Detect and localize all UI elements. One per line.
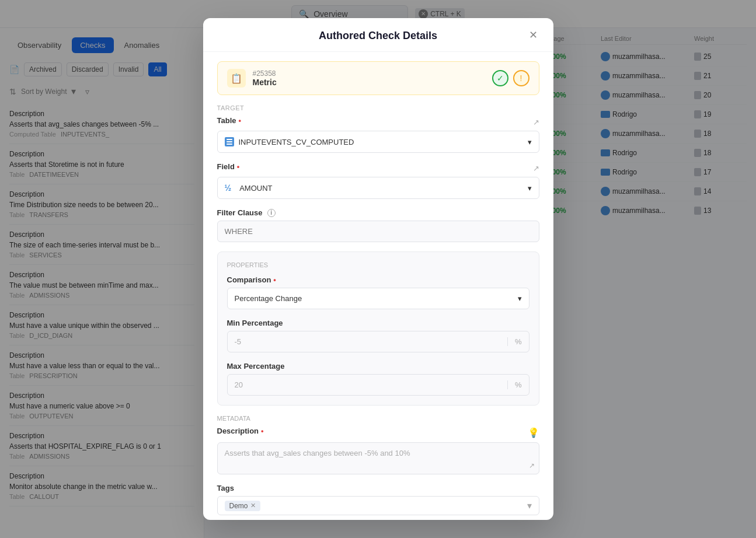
bulb-icon: 💡: [528, 427, 539, 438]
max-percentage-group: Max Percentage %: [227, 362, 529, 396]
max-percentage-label: Max Percentage: [227, 362, 529, 371]
description-group: Description • 💡 Asserts that avg_sales c…: [217, 427, 539, 474]
min-percentage-label: Min Percentage: [227, 319, 529, 327]
properties-section: Properties Comparison • Percentage Chang…: [217, 251, 539, 406]
svg-rect-1: [227, 141, 232, 142]
table-select[interactable]: INPUTEVENTS_CV_COMPUTED ▾: [217, 131, 539, 153]
field-field-group: Field • ↗ ½ AMOUNT ▾: [217, 162, 539, 199]
modal-overlay: Authored Check Details ✕ 📋 #25358 Metric…: [0, 0, 756, 538]
min-percentage-field: %: [227, 331, 529, 352]
field-type-icon: ½: [225, 183, 232, 193]
max-percentage-field: %: [227, 374, 529, 396]
target-section-label: Target: [217, 104, 539, 111]
percent-symbol: %: [507, 337, 529, 346]
metadata-section-label: Metadata: [217, 415, 250, 422]
max-percentage-input[interactable]: [228, 375, 507, 395]
filter-clause-label: Filter Clause i: [217, 208, 539, 217]
table-field-label: Table •: [217, 116, 242, 125]
comparison-value: Percentage Change: [235, 294, 302, 303]
metadata-section: Metadata Description • 💡 Asserts that av…: [217, 415, 539, 520]
check-type-icon: 📋: [227, 69, 246, 88]
modal-close-button[interactable]: ✕: [525, 27, 542, 43]
chevron-down-icon: ▾: [528, 138, 532, 146]
table-expand-icon[interactable]: ↗: [533, 118, 539, 127]
check-badges: ✓ !: [492, 70, 529, 86]
tag-demo: Demo ✕: [225, 501, 260, 511]
comparison-label: Comparison •: [227, 275, 529, 284]
tags-label: Tags: [217, 484, 539, 492]
tag-remove-button[interactable]: ✕: [250, 502, 256, 509]
chevron-down-icon: ▾: [527, 500, 532, 511]
modal-title: Authored Check Details: [319, 30, 437, 42]
table-field-group: Table • ↗ INPUTEVENTS_CV_COMPUTED ▾: [217, 116, 539, 153]
status-badge-yellow: !: [513, 70, 529, 86]
description-label: Description •: [217, 427, 264, 435]
min-percentage-group: Min Percentage %: [227, 319, 529, 352]
tags-group: Tags Demo ✕ ▾: [217, 484, 539, 515]
chevron-down-icon: ▾: [518, 294, 522, 303]
check-type-label: Metric: [253, 78, 485, 87]
filter-clause-group: Filter Clause i: [217, 208, 539, 242]
comparison-select[interactable]: Percentage Change ▾: [227, 288, 529, 309]
field-expand-icon[interactable]: ↗: [533, 164, 539, 173]
svg-rect-2: [227, 144, 232, 145]
comparison-field-group: Comparison • Percentage Change ▾: [227, 275, 529, 309]
modal-header: Authored Check Details ✕: [203, 18, 553, 52]
properties-section-label: Properties: [227, 261, 529, 268]
status-badge-green: ✓: [492, 70, 508, 86]
field-label: Field •: [217, 162, 240, 171]
info-icon: i: [267, 209, 276, 217]
svg-rect-0: [227, 139, 232, 140]
field-select[interactable]: ½ AMOUNT ▾: [217, 177, 539, 199]
description-field[interactable]: Asserts that avg_sales changes between -…: [217, 442, 539, 474]
table-icon: [225, 137, 234, 146]
check-id: #25358: [253, 69, 485, 78]
check-banner: 📋 #25358 Metric ✓ !: [217, 61, 539, 95]
filter-clause-input[interactable]: [217, 221, 539, 242]
percent-symbol: %: [507, 380, 529, 389]
modal-dialog: Authored Check Details ✕ 📋 #25358 Metric…: [203, 18, 553, 520]
tags-field[interactable]: Demo ✕ ▾: [217, 496, 539, 515]
chevron-down-icon: ▾: [528, 184, 532, 193]
min-percentage-input[interactable]: [228, 331, 507, 352]
check-info: #25358 Metric: [253, 69, 485, 87]
expand-icon[interactable]: ↗: [529, 462, 535, 470]
form-body: Target Table • ↗ INPUTEVENTS_CV_COMPUT: [203, 104, 553, 520]
